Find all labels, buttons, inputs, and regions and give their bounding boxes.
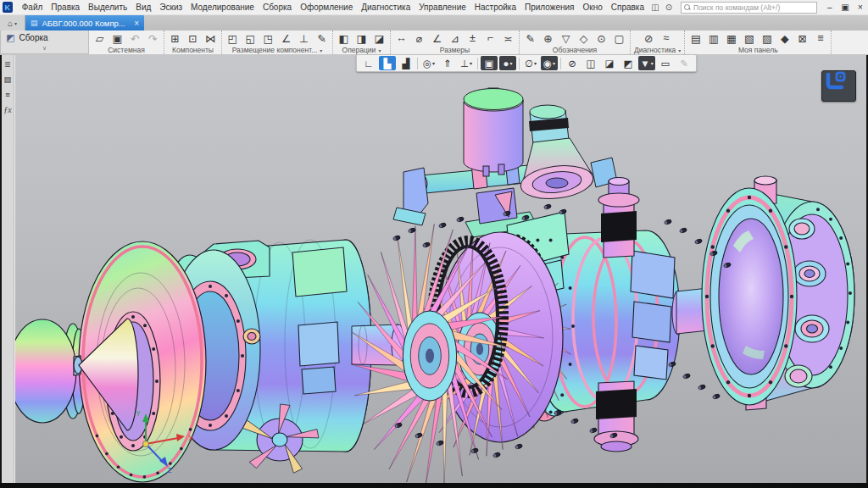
rotate-component-icon[interactable]: ◱: [242, 30, 259, 46]
menu-item-5[interactable]: Моделирование: [186, 0, 259, 15]
open-document-icon[interactable]: ▱: [91, 30, 108, 46]
angle-dimension-icon[interactable]: ∠: [428, 30, 446, 46]
restore-button[interactable]: ▣: [837, 0, 853, 15]
ribbon-group-label: Системная: [108, 46, 145, 54]
constraints-icon[interactable]: ∟: [360, 56, 377, 70]
menu-item-12[interactable]: Окно: [579, 0, 607, 15]
mate-components-icon[interactable]: ⋈: [202, 30, 220, 46]
zoom-fit-icon[interactable]: ⇑: [439, 56, 456, 70]
custom-tool-1-icon[interactable]: ▤: [687, 30, 704, 46]
menu-item-8[interactable]: Диагностика: [357, 0, 415, 15]
cut-operation-icon[interactable]: ◨: [353, 30, 370, 46]
window-view-icon[interactable]: ◫: [582, 56, 599, 70]
app-logo-icon: K: [3, 2, 13, 13]
datum-icon[interactable]: ⌐: [481, 30, 499, 46]
pick-style-icon[interactable]: ✎: [676, 56, 693, 70]
menu-item-0[interactable]: Файл: [18, 0, 47, 15]
clip-section-icon[interactable]: ⊘: [564, 56, 581, 70]
compressor-stages: [351, 224, 570, 483]
edit-place-icon[interactable]: ✎: [313, 30, 331, 46]
screenshot-icon[interactable]: ⊙: [662, 3, 676, 12]
close-button[interactable]: ×: [853, 0, 868, 15]
frame-select-icon[interactable]: ▭: [657, 56, 674, 70]
menu-item-13[interactable]: Справка: [607, 0, 648, 15]
move-component-icon[interactable]: ◰: [224, 30, 242, 46]
view-cube-icon[interactable]: ▣: [481, 56, 498, 70]
chain-dimension-icon[interactable]: ≍: [499, 30, 517, 46]
orientation-icon[interactable]: ⊥▾: [458, 56, 475, 70]
custom-tool-3-icon[interactable]: ▦: [722, 30, 740, 46]
boss-operation-icon[interactable]: ◧: [335, 30, 353, 46]
chevron-down-icon[interactable]: ▾: [320, 47, 322, 53]
menu-item-6[interactable]: Сборка: [259, 0, 296, 15]
tab-close-icon[interactable]: ×: [134, 19, 139, 28]
surface-finish-icon[interactable]: ▽: [557, 30, 575, 46]
ribbon-group-label: Размеры: [440, 46, 470, 54]
home-button[interactable]: ⌂ ▾: [0, 15, 25, 30]
chevron-down-icon[interactable]: ▾: [378, 47, 381, 53]
mode-selector[interactable]: ◩ Сборка ∨: [0, 30, 89, 54]
window-layout-icon[interactable]: ◫: [648, 3, 662, 12]
component-view-icon[interactable]: ◪: [601, 56, 618, 70]
parallel-mate-icon[interactable]: ⊥: [295, 30, 313, 46]
radial-dimension-icon[interactable]: ⊿: [446, 30, 464, 46]
ribbon-group-6: ⊘≈Диагностика▾: [631, 30, 685, 54]
place-component-icon[interactable]: ◳: [259, 30, 277, 46]
parameters-panel-icon[interactable]: ▤: [3, 73, 14, 85]
3d-viewport[interactable]: Y X Z: [15, 55, 866, 483]
design-tree-icon[interactable]: ▙: [379, 56, 396, 70]
custom-tool-2-icon[interactable]: ▥: [704, 30, 722, 46]
redo-icon[interactable]: ↷: [144, 30, 162, 46]
design-tree-toggle-button[interactable]: [821, 70, 856, 102]
ribbon-group-label: Размещение компонент...: [232, 46, 318, 54]
menu-item-2[interactable]: Выделить: [84, 0, 131, 15]
chevron-down-icon[interactable]: ▾: [678, 47, 681, 53]
menu-item-3[interactable]: Вид: [131, 0, 155, 15]
menu-item-9[interactable]: Управление: [415, 0, 470, 15]
design-tree-panel-icon[interactable]: ≣: [3, 58, 14, 69]
layers-panel-icon[interactable]: ≡: [3, 88, 14, 100]
diameter-dimension-icon[interactable]: ⌀: [410, 30, 428, 46]
hole-operation-icon[interactable]: ◪: [370, 30, 388, 46]
ribbon-group-1: ⊞⊡⋈Компоненты: [164, 30, 222, 54]
position-icon[interactable]: ⊙: [593, 30, 610, 46]
display-mode-icon[interactable]: ●▾: [499, 56, 516, 70]
tree-layout-icon[interactable]: ▟: [398, 56, 415, 70]
add-component-icon[interactable]: ⊞: [166, 30, 184, 46]
menu-item-7[interactable]: Оформление: [296, 0, 357, 15]
undo-icon[interactable]: ↶: [126, 30, 144, 46]
custom-tool-6-icon[interactable]: ◆: [776, 30, 793, 46]
visibility-icon[interactable]: ◉▾: [541, 56, 558, 70]
section-hatch-icon[interactable]: ◩: [620, 56, 637, 70]
active-document-tab[interactable]: ▤ АБВГ.000.000 Компр... ×: [25, 15, 144, 30]
toolbar-separator: [417, 58, 418, 69]
check-intersections-icon[interactable]: ⊘: [640, 30, 658, 46]
variables-panel-icon[interactable]: ƒx: [3, 103, 14, 115]
custom-tool-8-icon[interactable]: ≡: [811, 30, 829, 46]
marker-icon[interactable]: ◇: [575, 30, 593, 46]
minimize-button[interactable]: –: [822, 0, 837, 15]
linear-dimension-icon[interactable]: ↔: [392, 30, 410, 46]
save-icon[interactable]: ▣: [108, 30, 126, 46]
filter-icon[interactable]: ▼▾: [638, 56, 655, 70]
menu-item-4[interactable]: Эскиз: [155, 0, 186, 15]
note-icon[interactable]: ✎: [521, 30, 539, 46]
frame-note-icon[interactable]: ▢: [610, 30, 628, 46]
hide-objects-icon[interactable]: ∅▾: [522, 56, 539, 70]
menu-item-11[interactable]: Приложения: [520, 0, 579, 15]
weld-symbol-icon[interactable]: ⊕: [539, 30, 557, 46]
zoom-icon[interactable]: ◎▾: [420, 56, 437, 70]
create-component-icon[interactable]: ⊡: [184, 30, 202, 46]
tolerance-icon[interactable]: ±: [464, 30, 481, 46]
menu-item-10[interactable]: Настройка: [470, 0, 520, 15]
menu-bar: ФайлПравкаВыделитьВидЭскизМоделированиеС…: [18, 0, 648, 15]
custom-tool-5-icon[interactable]: ▨: [758, 30, 776, 46]
command-search[interactable]: [681, 2, 817, 14]
menu-item-1[interactable]: Правка: [47, 0, 84, 15]
custom-tool-4-icon[interactable]: ▧: [740, 30, 758, 46]
search-input[interactable]: [693, 3, 816, 12]
custom-tool-7-icon[interactable]: ⊠: [793, 30, 811, 46]
ribbon-group-label: Диагностика: [634, 46, 676, 54]
measure-icon[interactable]: ≈: [658, 30, 676, 46]
coincident-mate-icon[interactable]: ∠: [277, 30, 295, 46]
